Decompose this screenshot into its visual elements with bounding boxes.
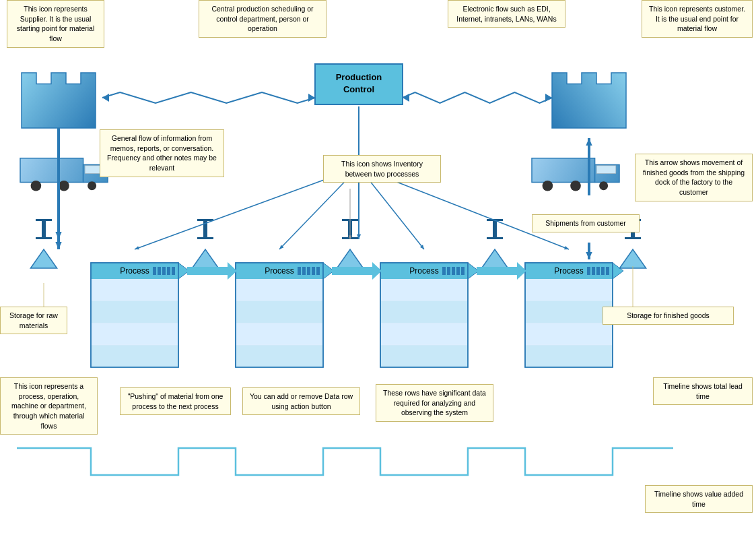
finished-goods-callout: Storage for finished goods — [603, 307, 734, 325]
data-rows-callout: You can add or remove Data row using act… — [242, 387, 360, 415]
prod-control-callout: Central production scheduling or control… — [199, 0, 327, 38]
significant-data-callout: These rows have significant data require… — [376, 384, 493, 422]
customer-callout: This icon represents customer. It is the… — [642, 0, 753, 38]
info-flow-callout: General flow of information from memos, … — [100, 129, 224, 177]
pushing-callout: "Pushing" of material from one process t… — [120, 387, 231, 415]
diagram-container: This icon represents Supplier. It is the… — [0, 0, 756, 535]
arrow-movement-callout: This arrow shows movement of finished go… — [635, 154, 753, 201]
supplier-callout: This icon represents Supplier. It is the… — [7, 0, 104, 48]
shipments-callout: Shipments from customer — [532, 214, 640, 232]
storage-raw-callout: Storage for raw materials — [0, 307, 67, 334]
process-icon-callout: This icon represents a process, operatio… — [0, 377, 98, 435]
timeline-value-callout: Timeline shows value added time — [645, 485, 753, 513]
timeline-lead-callout: Timeline shows total lead time — [653, 377, 753, 405]
inventory-callout: This icon shows Inventory between two pr… — [323, 155, 441, 183]
electronic-callout: Electronic flow such as EDI, Internet, i… — [448, 0, 565, 28]
